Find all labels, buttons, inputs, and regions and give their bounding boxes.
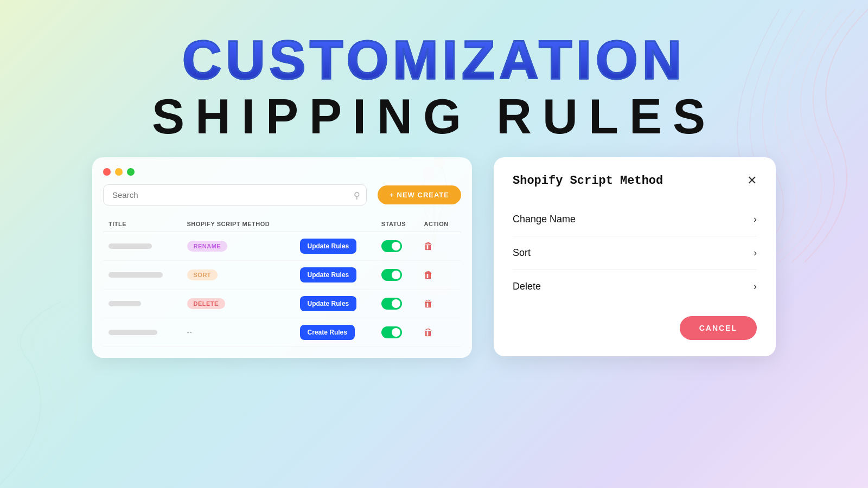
dash-text: --	[187, 328, 192, 337]
delete-icon[interactable]: 🗑	[424, 241, 433, 252]
row-status	[376, 318, 419, 347]
window-maximize-dot[interactable]	[127, 168, 135, 176]
modal-header: Shopify Script Method ✕	[513, 174, 757, 188]
search-input-wrap: ⚲	[103, 184, 367, 206]
col-spacer	[295, 216, 376, 232]
row-method-badge: SORT	[182, 261, 295, 290]
window-minimize-dot[interactable]	[115, 168, 123, 176]
col-status: STATUS	[376, 216, 419, 232]
modal-footer: CANCEL	[513, 316, 757, 340]
update-rules-button[interactable]: Update Rules	[300, 239, 357, 254]
search-icon: ⚲	[354, 190, 360, 200]
title-area: CUSTOMIZATION SHIPPING RULES	[0, 0, 868, 141]
title-placeholder	[108, 301, 141, 306]
row-method-badge: DELETE	[182, 290, 295, 318]
new-create-button[interactable]: + NEW CREATE	[378, 185, 461, 204]
row-action-btn-cell: Update Rules	[295, 232, 376, 261]
title-shipping: SHIPPING RULES	[0, 92, 868, 141]
update-rules-button[interactable]: Update Rules	[300, 296, 357, 311]
row-action-btn-cell: Update Rules	[295, 290, 376, 318]
title-customization: CUSTOMIZATION	[0, 33, 868, 87]
chevron-right-icon: ›	[754, 281, 757, 292]
row-delete: 🗑	[418, 290, 461, 318]
title-placeholder	[108, 243, 152, 249]
row-delete: 🗑	[418, 232, 461, 261]
data-table: TITLE SHOPIFY SCRIPT METHOD STATUS ACTIO…	[103, 216, 461, 347]
row-method-badge: --	[182, 318, 295, 347]
method-badge-sort: SORT	[187, 269, 218, 280]
table-row: RENAMEUpdate Rules🗑	[103, 232, 461, 261]
row-method-badge: RENAME	[182, 232, 295, 261]
row-status	[376, 290, 419, 318]
modal-option-delete[interactable]: Delete›	[513, 270, 757, 303]
row-title	[103, 261, 182, 290]
cards-area: ⚲ + NEW CREATE TITLE SHOPIFY SCRIPT METH…	[0, 141, 868, 358]
window-close-dot[interactable]	[103, 168, 111, 176]
cancel-button[interactable]: CANCEL	[680, 316, 757, 340]
modal-option-label: Sort	[513, 247, 531, 259]
row-delete: 🗑	[418, 318, 461, 347]
search-row: ⚲ + NEW CREATE	[103, 184, 461, 206]
modal-option-label: Change Name	[513, 214, 576, 225]
delete-icon[interactable]: 🗑	[424, 298, 433, 309]
delete-icon[interactable]: 🗑	[424, 327, 433, 338]
col-action: ACTION	[418, 216, 461, 232]
title-placeholder	[108, 272, 163, 278]
chevron-right-icon: ›	[754, 247, 757, 259]
window-controls	[103, 168, 461, 176]
table-row: DELETEUpdate Rules🗑	[103, 290, 461, 318]
method-badge-delete: DELETE	[187, 298, 225, 309]
search-input[interactable]	[103, 184, 367, 206]
table-card: ⚲ + NEW CREATE TITLE SHOPIFY SCRIPT METH…	[92, 157, 472, 358]
table-row: --Create Rules🗑	[103, 318, 461, 347]
table-header-row: TITLE SHOPIFY SCRIPT METHOD STATUS ACTIO…	[103, 216, 461, 232]
col-method: SHOPIFY SCRIPT METHOD	[182, 216, 295, 232]
update-rules-button[interactable]: Update Rules	[300, 267, 357, 282]
row-action-btn-cell: Update Rules	[295, 261, 376, 290]
close-icon[interactable]: ✕	[747, 174, 757, 188]
method-badge-rename: RENAME	[187, 241, 228, 252]
row-title	[103, 318, 182, 347]
create-rules-button[interactable]: Create Rules	[300, 325, 355, 340]
status-toggle[interactable]	[381, 269, 402, 281]
status-toggle[interactable]	[381, 298, 402, 310]
status-toggle[interactable]	[381, 240, 402, 252]
delete-icon[interactable]: 🗑	[424, 269, 433, 280]
modal-option-label: Delete	[513, 281, 541, 292]
row-status	[376, 232, 419, 261]
col-title: TITLE	[103, 216, 182, 232]
modal-option-change-name[interactable]: Change Name›	[513, 203, 757, 236]
row-title	[103, 290, 182, 318]
row-status	[376, 261, 419, 290]
title-placeholder	[108, 330, 157, 335]
modal-card: Shopify Script Method ✕ Change Name›Sort…	[494, 157, 776, 356]
status-toggle[interactable]	[381, 326, 402, 338]
row-delete: 🗑	[418, 261, 461, 290]
chevron-right-icon: ›	[754, 214, 757, 225]
modal-option-sort[interactable]: Sort›	[513, 236, 757, 270]
row-action-btn-cell: Create Rules	[295, 318, 376, 347]
row-title	[103, 232, 182, 261]
modal-title: Shopify Script Method	[513, 174, 663, 188]
modal-options: Change Name›Sort›Delete›	[513, 203, 757, 303]
table-row: SORTUpdate Rules🗑	[103, 261, 461, 290]
